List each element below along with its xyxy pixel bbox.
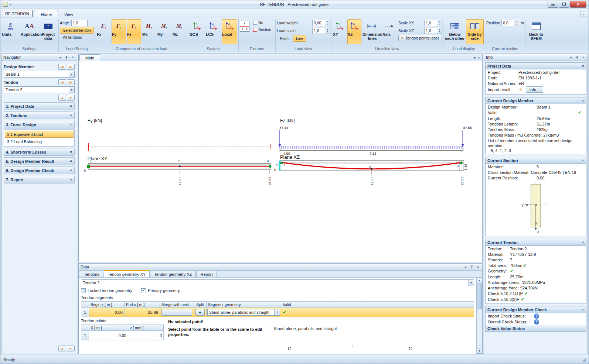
point-v-cell[interactable]: 0: [128, 331, 164, 340]
line-button[interactable]: Line: [293, 35, 306, 42]
pin-icon[interactable]: [64, 55, 69, 59]
pin-icon[interactable]: [575, 55, 579, 59]
angle-field[interactable]: 1.0: [71, 20, 88, 26]
app-menu-button[interactable]: RF-TENDON: [2, 10, 33, 17]
spin-down-icon[interactable]: ▾: [437, 31, 442, 34]
extreme-no-button[interactable]: No: [250, 19, 274, 26]
units-button[interactable]: m kN MPa Units: [1, 19, 20, 44]
tendon-point-2-xy[interactable]: [179, 165, 181, 167]
scrollbar-thumb[interactable]: [477, 284, 482, 309]
tendon-points-label-button[interactable]: ✎ Tendon points label: [398, 35, 442, 41]
local-button[interactable]: Z X Local: [222, 19, 237, 44]
app-icon[interactable]: [3, 2, 8, 7]
spin-down-icon[interactable]: ▾: [325, 31, 330, 34]
segment-end-cell[interactable]: 25.66: [125, 308, 160, 317]
scroll-up-icon[interactable]: ▲: [477, 278, 482, 283]
tendon-point-2-xz[interactable]: [371, 168, 372, 170]
component-my-button[interactable]: My My: [157, 19, 171, 44]
tendon-point-1-xy[interactable]: [87, 165, 90, 168]
nav-subitem-equivalent-load[interactable]: 3.1 Equivalent Load: [5, 131, 74, 138]
component-mz-button[interactable]: Mz Mz: [172, 19, 187, 44]
design-member-select[interactable]: Beam 1 ▾: [4, 71, 75, 78]
spin-up-icon[interactable]: ▴: [514, 20, 519, 23]
tab-home[interactable]: Home: [35, 10, 58, 18]
panel-menu-icon[interactable]: ▾: [569, 55, 573, 59]
lcs-button[interactable]: Z X LCS: [205, 19, 221, 44]
dimension-lines-button[interactable]: Dimension lines: [362, 19, 381, 44]
prev-design-member-button[interactable]: ◀: [58, 64, 66, 70]
locked-geometry-checkbox[interactable]: Locked tendon geometry: [81, 288, 132, 293]
primary-geometry-checkbox[interactable]: ✔ Primary geometry: [141, 288, 180, 293]
all-tendons-button[interactable]: All tendons: [60, 34, 94, 41]
load-weight-spinner[interactable]: 0,00 ▴▾: [312, 20, 330, 26]
tab-tendon-geometry-xz[interactable]: Tendon geometry XZ: [150, 271, 196, 277]
segments-table-row[interactable]: 1 0.00 25.66 + Stand-alone, parabolic an…: [81, 308, 474, 317]
tab-view[interactable]: View: [58, 10, 79, 18]
component-mx-button[interactable]: Mx Mx: [142, 19, 156, 44]
nav-item-project-data[interactable]: 1. Project Data»: [4, 102, 75, 110]
below-each-other-button[interactable]: Below each other: [445, 19, 465, 44]
nav-scroll-up-button[interactable]: ▲: [58, 346, 66, 351]
data-scrollbar[interactable]: ▲ ▼: [476, 278, 482, 354]
scale-xz-spinner[interactable]: 1,0 ▴▾: [424, 28, 442, 34]
next-design-member-button[interactable]: ▶: [67, 64, 75, 70]
nav-item-force-design[interactable]: 3. Force Design»: [4, 121, 75, 128]
spin-down-icon[interactable]: ▾: [514, 23, 519, 26]
resize-grip-icon[interactable]: ◢: [582, 357, 586, 362]
axis-button[interactable]: Axis: [382, 19, 396, 44]
extreme-section-button[interactable]: Section: [250, 26, 274, 33]
nav-item-report[interactable]: 7. Report»: [4, 176, 75, 183]
scene-canvas[interactable]: Fy [kN] Plane XY 1 2 3: [78, 61, 483, 262]
nav-scroll-down-button[interactable]: ▼: [67, 346, 75, 351]
spin-up-icon[interactable]: ▴: [437, 20, 442, 23]
tab-tendon-geometry-xy[interactable]: Tendon geometry XY: [104, 270, 150, 277]
collapse-icon[interactable]: »: [581, 65, 585, 67]
tab-main[interactable]: Main: [79, 54, 100, 61]
points-table-row[interactable]: 1 0.00 0: [81, 331, 163, 340]
tendon-point-3-xy[interactable]: [269, 165, 271, 168]
spin-up-icon[interactable]: ▴: [437, 28, 442, 31]
chevron-down-icon[interactable]: ▾: [69, 87, 74, 93]
position-spinner[interactable]: 0,0 ▴▾: [501, 20, 519, 26]
move-up-button[interactable]: ▲: [58, 95, 66, 101]
nav-item-tendons[interactable]: 2. Tendons»: [4, 111, 75, 119]
tendon-point-3-xz[interactable]: [460, 162, 462, 164]
panel-close-icon[interactable]: ×: [476, 265, 480, 269]
scale-xy-spinner[interactable]: 1,0 ▴▾: [424, 20, 442, 26]
spin-up-icon[interactable]: ▴: [325, 28, 330, 31]
pin-icon[interactable]: [470, 265, 474, 269]
collapse-icon[interactable]: »: [581, 100, 585, 102]
segment-geometry-select[interactable]: Stand-alone, parabolic and straight ▾: [207, 309, 280, 316]
point-button[interactable]: Point: [277, 35, 292, 42]
quick-access-chevron-icon[interactable]: ▾: [10, 3, 11, 6]
import-info-button[interactable]: Info...: [526, 86, 544, 93]
component-fy-button[interactable]: Fy Fy: [112, 19, 126, 44]
back-to-rfem-button[interactable]: Back to RFEM: [527, 19, 546, 44]
panel-menu-icon[interactable]: ▾: [463, 265, 468, 269]
chevron-down-icon[interactable]: ▾: [468, 280, 474, 286]
nav-item-design-member-result[interactable]: 5. Design Member Result»: [4, 157, 75, 165]
close-button[interactable]: ×: [570, 1, 586, 8]
nav-item-short-term-losses[interactable]: 4. Short-term Losses»: [4, 148, 75, 156]
panel-close-icon[interactable]: ×: [581, 55, 586, 59]
tab-tendons[interactable]: Tendons: [80, 271, 103, 277]
gcs-button[interactable]: Y X GCS: [189, 19, 205, 44]
component-fx-button[interactable]: Fx Fx: [96, 19, 111, 44]
spin-down-icon[interactable]: ▾: [437, 23, 442, 26]
next-tendon-button[interactable]: ▶: [67, 79, 75, 85]
tendon-selector[interactable]: Tendon 2 ▾: [81, 279, 474, 286]
prev-tendon-button[interactable]: ◀: [58, 79, 66, 85]
tab-report[interactable]: Report: [196, 271, 217, 277]
spin-up-icon[interactable]: ▴: [325, 20, 330, 23]
selected-tendon-button[interactable]: Selected tendon: [60, 27, 94, 34]
panel-menu-icon[interactable]: ▾: [58, 55, 62, 59]
minimize-button[interactable]: [548, 1, 558, 8]
scroll-down-icon[interactable]: ▼: [477, 348, 482, 354]
view-xz-button[interactable]: Z X XZ: [347, 19, 361, 44]
view-xy-button[interactable]: Y X XY: [333, 19, 347, 44]
collapse-icon[interactable]: »: [581, 241, 585, 244]
split-button[interactable]: +: [195, 309, 205, 316]
nav-item-design-member-check[interactable]: 6. Design Member Check»: [4, 166, 75, 174]
collapse-ribbon-button[interactable]: ▴: [581, 11, 587, 17]
close-view-icon[interactable]: ×: [478, 56, 480, 60]
